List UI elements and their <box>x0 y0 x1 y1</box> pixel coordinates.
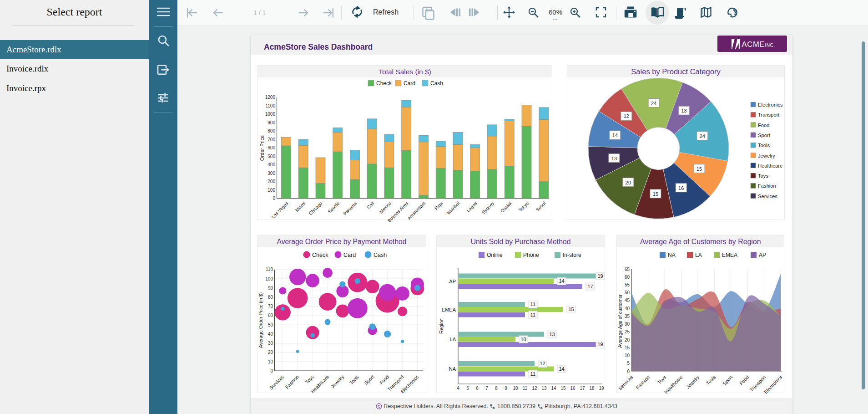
svg-text:EMEA: EMEA <box>442 307 456 312</box>
svg-text:30: 30 <box>624 322 630 327</box>
svg-text:Phone: Phone <box>523 252 539 258</box>
svg-text:45: 45 <box>624 298 630 303</box>
svg-text:Services: Services <box>617 374 634 391</box>
svg-text:15: 15 <box>624 345 630 350</box>
svg-text:14: 14 <box>612 133 618 138</box>
svg-text:Tools: Tools <box>348 374 360 386</box>
svg-text:Toys: Toys <box>304 374 315 385</box>
svg-text:Card: Card <box>343 252 356 258</box>
svg-text:65: 65 <box>624 267 630 272</box>
svg-text:11: 11 <box>530 302 535 307</box>
svg-text:110: 110 <box>266 267 273 272</box>
svg-text:Order Price: Order Price <box>259 135 265 161</box>
svg-text:20: 20 <box>626 180 631 185</box>
svg-text:7: 7 <box>485 386 488 391</box>
svg-text:AP: AP <box>759 252 766 258</box>
svg-text:Toys: Toys <box>758 173 768 179</box>
svg-text:Tools: Tools <box>705 374 717 386</box>
svg-text:14: 14 <box>551 386 556 391</box>
svg-text:Cali: Cali <box>366 201 375 210</box>
svg-text:NA: NA <box>449 366 456 372</box>
svg-text:Tools: Tools <box>758 143 770 148</box>
svg-text:50: 50 <box>624 290 630 295</box>
svg-text:15: 15 <box>560 386 566 391</box>
svg-text:Jewelry: Jewelry <box>330 373 345 389</box>
svg-text:11: 11 <box>530 312 535 317</box>
svg-text:24: 24 <box>700 133 705 139</box>
svg-text:60: 60 <box>624 275 630 280</box>
svg-text:Food: Food <box>758 123 770 128</box>
svg-text:Jewelry: Jewelry <box>758 153 775 158</box>
svg-text:Check: Check <box>312 252 328 258</box>
svg-text:NA: NA <box>668 252 676 258</box>
svg-text:60: 60 <box>268 313 273 318</box>
svg-text:200: 200 <box>267 179 275 184</box>
svg-text:Check: Check <box>376 80 392 87</box>
svg-text:Services: Services <box>268 374 285 391</box>
svg-text:INC.: INC. <box>765 43 775 48</box>
svg-text:11: 11 <box>523 386 528 391</box>
svg-text:Food: Food <box>738 374 750 386</box>
svg-text:Sydney: Sydney <box>481 201 495 215</box>
svg-text:Average Age of Customers by Re: Average Age of Customers by Region <box>640 238 761 245</box>
svg-text:13: 13 <box>611 156 617 161</box>
svg-text:9: 9 <box>505 386 507 391</box>
svg-text:100: 100 <box>267 188 275 193</box>
svg-text:4: 4 <box>457 386 459 391</box>
svg-text:Cash: Cash <box>430 80 443 87</box>
svg-text:Chicago: Chicago <box>308 200 323 216</box>
svg-text:Online: Online <box>487 252 503 258</box>
svg-text:Sales by Product Category: Sales by Product Category <box>631 67 721 76</box>
svg-text:35: 35 <box>624 314 630 319</box>
svg-text:20: 20 <box>624 337 630 342</box>
svg-text:600: 600 <box>267 145 275 150</box>
svg-text:0: 0 <box>627 369 630 374</box>
svg-text:10: 10 <box>513 386 518 391</box>
svg-text:5: 5 <box>466 386 469 391</box>
svg-text:Fashion: Fashion <box>635 374 651 390</box>
svg-text:Average Order Price (in $): Average Order Price (in $) <box>258 292 263 348</box>
svg-text:Healthcare: Healthcare <box>758 163 782 169</box>
svg-text:Fashion: Fashion <box>284 374 300 390</box>
svg-text:Food: Food <box>378 374 390 386</box>
svg-text:90: 90 <box>268 286 273 291</box>
svg-text:Las Vegas: Las Vegas <box>271 201 289 220</box>
svg-text:1200: 1200 <box>265 95 276 100</box>
svg-text:17: 17 <box>587 284 593 289</box>
svg-text:LA: LA <box>695 252 702 258</box>
svg-text:10: 10 <box>520 337 526 342</box>
svg-text:40: 40 <box>268 332 273 337</box>
svg-text:13: 13 <box>549 332 555 337</box>
svg-text:Sport: Sport <box>722 374 733 386</box>
svg-text:16: 16 <box>678 185 684 191</box>
svg-text:0: 0 <box>270 368 273 373</box>
svg-text:400: 400 <box>267 162 275 167</box>
svg-text:Seattle: Seattle <box>327 200 341 214</box>
svg-text:5: 5 <box>627 361 630 366</box>
svg-text:Riga: Riga <box>434 200 444 211</box>
svg-text:12: 12 <box>532 386 537 391</box>
svg-text:Lagos: Lagos <box>465 201 478 213</box>
svg-text:500: 500 <box>267 154 275 159</box>
svg-text:8: 8 <box>495 386 498 391</box>
svg-text:25: 25 <box>624 329 630 334</box>
svg-text:15: 15 <box>568 307 574 312</box>
svg-text:70: 70 <box>268 304 273 309</box>
svg-text:Jewelry: Jewelry <box>685 374 700 389</box>
svg-text:Services: Services <box>758 194 777 199</box>
svg-text:14: 14 <box>559 278 564 284</box>
svg-text:1100: 1100 <box>265 103 275 108</box>
svg-text:Miami: Miami <box>294 201 307 213</box>
svg-text:Istanbul: Istanbul <box>446 201 461 216</box>
svg-text:Fashion: Fashion <box>758 183 776 189</box>
svg-text:Transport: Transport <box>758 112 780 118</box>
svg-text:Sport: Sport <box>758 133 771 138</box>
svg-text:LA: LA <box>450 337 456 342</box>
svg-text:18: 18 <box>589 386 595 391</box>
svg-text:Seoul: Seoul <box>535 201 547 213</box>
svg-text:Card: Card <box>404 80 415 87</box>
svg-text:300: 300 <box>267 171 275 176</box>
svg-text:Average Age of customer: Average Age of customer <box>617 294 623 348</box>
svg-text:100: 100 <box>265 276 273 281</box>
svg-text:Average Order Price by Payment: Average Order Price by Payment Method <box>277 238 407 245</box>
